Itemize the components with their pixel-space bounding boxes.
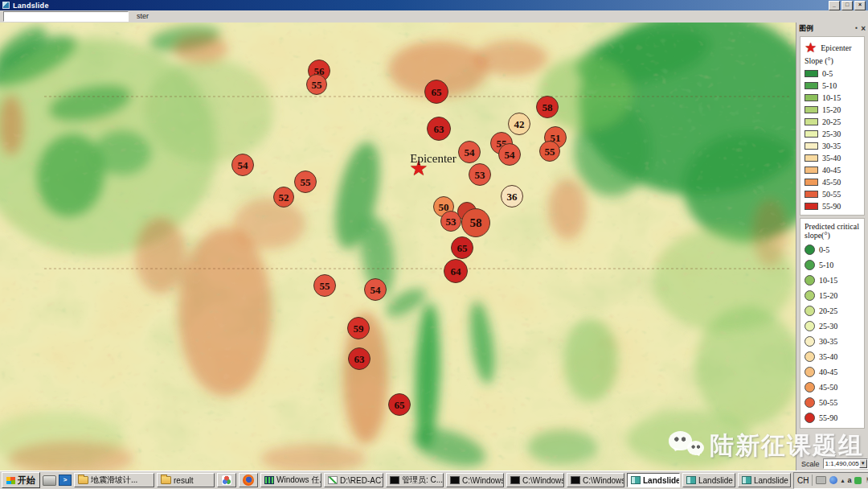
slope-point[interactable]: 59 (347, 317, 370, 339)
toolbar: ster (0, 10, 868, 23)
slope-legend-item: 20-25 (805, 116, 862, 128)
scale-control: Scale 1:1,490,005 ▼ (801, 458, 868, 469)
slope-point[interactable]: 58 (536, 96, 559, 118)
start-button[interactable]: 开始 (2, 472, 40, 488)
start-button-label: 开始 (18, 475, 35, 487)
tray-printer-icon[interactable] (816, 476, 826, 484)
maximize-button[interactable]: □ (841, 1, 853, 10)
slope-point[interactable]: 55 (313, 274, 336, 297)
tray-flag-icon[interactable] (865, 476, 868, 484)
slope-point-value: 53 (475, 170, 485, 180)
slope-point[interactable]: 65 (451, 236, 473, 259)
slope-point[interactable]: 55 (294, 171, 317, 193)
pin-icon[interactable]: ▪ (855, 25, 858, 31)
critical-color-swatch (805, 275, 815, 286)
slope-point[interactable]: 42 (508, 113, 530, 135)
slope-point[interactable]: 55 (539, 141, 560, 162)
slope-point[interactable]: 64 (444, 259, 468, 283)
taskbar-button-label: D:\RED-ACT... (340, 476, 383, 485)
critical-color-swatch (805, 321, 815, 331)
taskbar-button[interactable]: result (157, 473, 215, 487)
taskbar-button[interactable]: 地震滑坡计... (74, 473, 154, 487)
critical-range-label: 50-55 (819, 398, 837, 407)
taskbar-button[interactable] (217, 473, 236, 487)
powershell-icon[interactable]: > (59, 475, 72, 486)
slope-range-label: 10-15 (822, 93, 841, 102)
taskbar-button[interactable] (239, 473, 258, 487)
trefoil-icon (221, 475, 232, 486)
language-indicator[interactable]: CH (797, 476, 809, 485)
slope-point[interactable]: 65 (424, 80, 448, 104)
slope-range-label: 40-45 (822, 166, 841, 175)
taskbar-button[interactable]: Landslide (738, 473, 791, 487)
slope-point[interactable]: 55 (306, 74, 327, 95)
slope-point[interactable]: 63 (348, 347, 371, 370)
slope-point[interactable]: 53 (469, 163, 491, 186)
map-canvas[interactable]: 56 55 65 58 42 63 51 55 55 54 54 54 53 5… (0, 23, 796, 471)
critical-color-swatch (805, 260, 815, 270)
slope-color-swatch (805, 82, 818, 89)
critical-legend-item: 55-90 (805, 410, 862, 425)
slope-point[interactable]: 65 (388, 393, 411, 416)
taskbar-button[interactable]: Landslide (627, 473, 680, 487)
slope-point-value: 54 (505, 150, 515, 160)
slope-point[interactable]: 54 (498, 143, 521, 166)
taskbar-button-label: Landslide (698, 476, 733, 485)
taskbar-button[interactable]: D:\RED-ACT... (324, 473, 383, 487)
slope-point-value: 59 (354, 323, 364, 334)
slope-legend-item: 35-40 (805, 152, 862, 164)
taskbar-button[interactable]: C:\Windows... (567, 473, 624, 487)
taskbar-button[interactable]: 管理员: C... (386, 473, 444, 487)
critical-range-label: 20-25 (819, 306, 837, 315)
critical-color-swatch (805, 367, 815, 377)
slope-range-label: 55-90 (822, 202, 841, 211)
taskbar-button-label: 地震滑坡计... (91, 475, 137, 486)
layer-combo-box[interactable] (3, 11, 129, 22)
critical-color-swatch (805, 351, 815, 362)
taskbar-button[interactable]: Windows 任... (260, 473, 321, 487)
critical-color-swatch (805, 382, 815, 392)
tray-browser-icon[interactable] (829, 476, 837, 484)
chevron-down-icon[interactable]: ▼ (859, 459, 867, 468)
taskbar-button-label: Landslide (643, 476, 680, 485)
slope-range-label: 25-30 (822, 129, 841, 138)
printer-icon[interactable] (43, 475, 56, 486)
taskbar-button-label: Landslide (754, 476, 788, 485)
taskbar-button[interactable]: C:\Windows... (446, 473, 504, 487)
taskbar-button-label: C:\Windows... (462, 476, 504, 485)
tray-ime-icon[interactable] (847, 476, 851, 484)
critical-range-label: 30-35 (819, 337, 837, 346)
critical-legend-item: 10-15 (805, 273, 862, 288)
slope-point[interactable]: 54 (364, 278, 387, 301)
taskbar-button[interactable]: Landslide (682, 473, 735, 487)
slope-point[interactable]: 63 (427, 117, 451, 141)
minimize-button[interactable]: _ (829, 1, 840, 10)
slope-point[interactable]: 54 (231, 154, 254, 176)
tray-expand-icon[interactable] (841, 477, 844, 484)
scale-combo-box[interactable]: 1:1,490,005 ▼ (823, 458, 868, 469)
slope-point-value: 54 (371, 285, 381, 295)
slope-color-swatch (805, 118, 818, 125)
slope-point-value: 58 (470, 217, 482, 229)
panel-close-icon[interactable]: × (861, 25, 866, 32)
slope-point[interactable]: 52 (273, 187, 294, 208)
cmd-icon (571, 476, 580, 484)
slope-point[interactable]: 36 (501, 185, 523, 208)
slope-point-value: 64 (451, 266, 461, 277)
slope-range-label: 0-5 (822, 69, 833, 78)
epicenter-legend-label: Epicenter (821, 43, 851, 52)
slope-legend-item: 55-90 (805, 200, 862, 212)
tray-app-icon[interactable] (854, 477, 862, 484)
map-icon (686, 476, 696, 484)
slope-point[interactable]: 58 (461, 208, 490, 237)
slope-point-value: 65 (457, 243, 468, 253)
title-bar: Landslide _ □ × (0, 0, 868, 10)
slope-point[interactable]: 54 (458, 141, 481, 163)
critical-color-swatch (805, 306, 815, 316)
close-button[interactable]: × (854, 1, 866, 10)
taskbar-button[interactable]: C:\Windows... (506, 473, 564, 487)
slope-range-label: 30-35 (822, 142, 841, 150)
critical-legend-item: 50-55 (805, 395, 862, 410)
cmd-icon (450, 476, 460, 484)
slope-point-value: 53 (446, 216, 457, 227)
